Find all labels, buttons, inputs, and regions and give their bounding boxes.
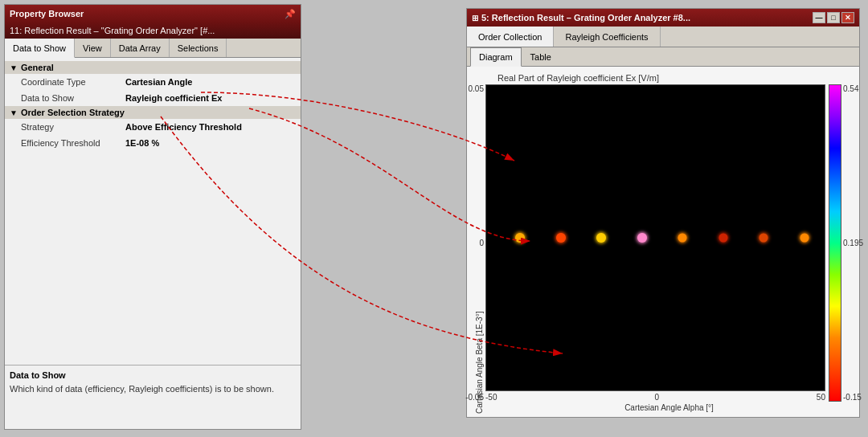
tab-selections[interactable]: Selections: [170, 39, 227, 57]
property-strategy: Strategy Above Efficiency Threshold: [5, 119, 301, 135]
window-controls: — □ ✕: [813, 12, 854, 23]
colorbar-gradient: [829, 84, 841, 402]
main-tabs-row: Order Collection Rayleigh Coefficients: [467, 27, 859, 47]
chart-area: Real Part of Rayleigh coefficient Ex [V/…: [467, 67, 859, 417]
help-text: Which kind of data (efficiency, Rayleigh…: [10, 383, 296, 395]
property-browser-titlebar: Property Browser 📌: [5, 5, 301, 22]
plot-dot: [719, 234, 727, 243]
plot-dot: [596, 233, 606, 243]
x-axis-title: Cartesian Angle Alpha [°]: [485, 402, 853, 414]
x-axis-labels: -50 0 50: [485, 391, 825, 402]
help-section: Data to Show Which kind of data (efficie…: [5, 365, 301, 429]
plot-dot: [678, 234, 687, 243]
chevron-down-icon-2: ▼: [10, 108, 18, 117]
plot-dot: [760, 234, 768, 243]
y-axis-ticks: 0.05 0 -0.05: [463, 84, 484, 402]
property-browser-subtitle: 11: Reflection Result – "Grating Order A…: [5, 22, 301, 39]
sub-tabs-row: Diagram Table: [467, 47, 859, 67]
help-title: Data to Show: [10, 370, 296, 380]
close-button[interactable]: ✕: [841, 12, 854, 23]
tab-view[interactable]: View: [75, 39, 111, 57]
tab-order-collection[interactable]: Order Collection: [467, 27, 554, 47]
chart-inner: 0.05 0 -0.05 -50 0 50: [485, 84, 853, 414]
section-general[interactable]: ▼ General: [5, 61, 301, 74]
main-window: ⊞ 5: Reflection Result – Grating Order A…: [466, 8, 860, 418]
colorbar: 0.54 0.195 -0.15: [829, 84, 853, 402]
minimize-button[interactable]: —: [813, 12, 825, 23]
chevron-down-icon: ▼: [10, 63, 18, 72]
main-window-title: 5: Reflection Result – Grating Order Ana…: [481, 13, 690, 22]
pin-icon[interactable]: 📌: [285, 9, 296, 19]
property-coordinate-type: Coordinate Type Cartesian Angle: [5, 74, 301, 90]
colorbar-labels: 0.54 0.195 -0.15: [843, 84, 863, 402]
main-window-titlebar: ⊞ 5: Reflection Result – Grating Order A…: [467, 9, 859, 27]
section-order-selection[interactable]: ▼ Order Selection Strategy: [5, 106, 301, 119]
plot-dot: [800, 234, 809, 243]
plot-area: [485, 84, 825, 391]
property-data-to-show: Data to Show Rayleigh coefficient Ex: [5, 90, 301, 106]
property-browser: Property Browser 📌 11: Reflection Result…: [4, 4, 301, 430]
tab-rayleigh-coefficients[interactable]: Rayleigh Coefficients: [554, 27, 660, 47]
chart-container: Cartesian Angle Beta [1E-3°] 0.05 0 -0.0…: [473, 84, 853, 414]
plot-and-colorbar: 0.05 0 -0.05 -50 0 50: [485, 84, 853, 402]
tab-data-to-show[interactable]: Data to Show: [5, 39, 75, 58]
chart-title: Real Part of Rayleigh coefficient Ex [V/…: [473, 70, 853, 84]
maximize-button[interactable]: □: [827, 12, 840, 23]
plot-dot: [556, 233, 566, 243]
property-browser-title: Property Browser: [10, 9, 84, 18]
tab-data-array[interactable]: Data Array: [111, 39, 170, 57]
sub-tab-table[interactable]: Table: [522, 47, 560, 66]
sub-tab-diagram[interactable]: Diagram: [470, 47, 522, 67]
properties-content: ▼ General Coordinate Type Cartesian Angl…: [5, 58, 301, 365]
plot-dot: [637, 233, 647, 243]
plot-dot: [515, 233, 525, 243]
property-efficiency-threshold: Efficiency Threshold 1E-08 %: [5, 135, 301, 151]
property-tabs-row: Data to Show View Data Array Selections: [5, 39, 301, 58]
window-icon: ⊞: [472, 14, 478, 22]
